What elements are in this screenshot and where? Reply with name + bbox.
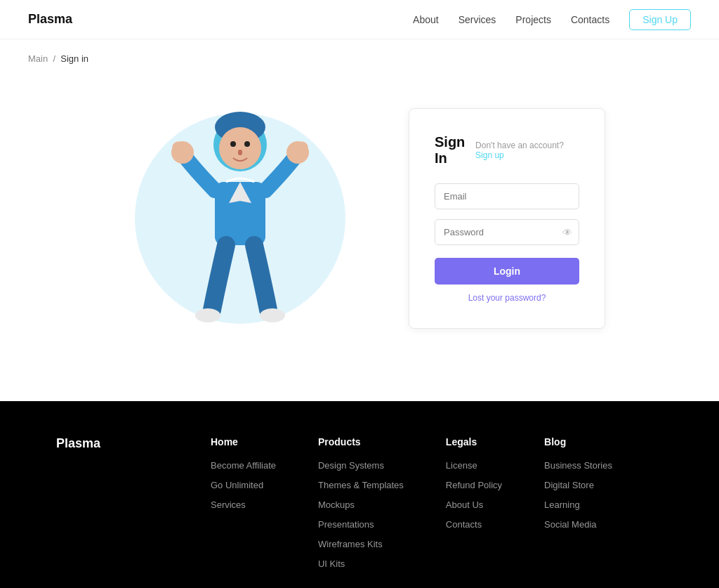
footer-link-go-unlimited[interactable]: Go Unlimited bbox=[211, 480, 263, 490]
footer-link-business[interactable]: Business Stories bbox=[544, 460, 612, 471]
password-input[interactable] bbox=[435, 219, 579, 245]
footer-link-mockups[interactable]: Mockups bbox=[318, 499, 355, 510]
character-illustration bbox=[114, 92, 367, 345]
footer-brand: Plasma bbox=[56, 436, 169, 577]
footer-col-legals: Legals License Refund Policy About Us Co… bbox=[446, 436, 502, 577]
forgot-password-link[interactable]: Lost your password? bbox=[435, 293, 579, 303]
footer-link-presentations[interactable]: Presentations bbox=[318, 519, 374, 530]
breadcrumb-current: Sign in bbox=[60, 53, 88, 64]
footer-link-design-systems[interactable]: Design Systems bbox=[318, 460, 384, 471]
nav-links: About Services Projects Contacts Sign Up bbox=[413, 9, 691, 30]
footer-logo: Plasma bbox=[56, 436, 169, 451]
footer-col-legals-heading: Legals bbox=[446, 436, 502, 447]
footer-col-home-list: Become Affiliate Go Unlimited Services bbox=[211, 459, 276, 511]
breadcrumb-parent[interactable]: Main bbox=[28, 53, 48, 64]
email-input[interactable] bbox=[435, 183, 579, 209]
signin-card: Sign In Don't have an account? Sign up 👁… bbox=[409, 108, 605, 329]
signin-title: Sign In bbox=[435, 134, 475, 166]
footer-link-ui-kits[interactable]: UI Kits bbox=[318, 558, 345, 569]
svg-point-13 bbox=[260, 308, 285, 322]
nav-about[interactable]: About bbox=[413, 14, 439, 25]
svg-point-4 bbox=[244, 141, 250, 147]
password-group: 👁 bbox=[435, 219, 579, 245]
character-figure bbox=[156, 99, 324, 338]
footer-link-become-affiliate[interactable]: Become Affiliate bbox=[211, 460, 276, 471]
main-content: Sign In Don't have an account? Sign up 👁… bbox=[0, 64, 719, 401]
footer-col-products: Products Design Systems Themes & Templat… bbox=[318, 436, 404, 577]
svg-point-12 bbox=[195, 308, 220, 322]
svg-point-3 bbox=[230, 141, 236, 147]
email-group bbox=[435, 183, 579, 209]
footer-col-products-list: Design Systems Themes & Templates Mockup… bbox=[318, 459, 404, 570]
footer-columns: Home Become Affiliate Go Unlimited Servi… bbox=[211, 436, 663, 577]
login-button[interactable]: Login bbox=[435, 258, 579, 285]
footer-col-blog-heading: Blog bbox=[544, 436, 612, 447]
svg-point-2 bbox=[219, 127, 261, 169]
navbar: Plasma About Services Projects Contacts … bbox=[0, 0, 719, 39]
nav-services[interactable]: Services bbox=[459, 14, 496, 25]
footer-link-contacts[interactable]: Contacts bbox=[446, 519, 482, 530]
footer-top: Plasma Home Become Affiliate Go Unlimite… bbox=[56, 436, 663, 577]
footer-col-home: Home Become Affiliate Go Unlimited Servi… bbox=[211, 436, 276, 577]
footer-link-social-media[interactable]: Social Media bbox=[544, 519, 596, 530]
footer-link-themes[interactable]: Themes & Templates bbox=[318, 480, 404, 490]
nav-contacts[interactable]: Contacts bbox=[571, 14, 609, 25]
footer-link-services[interactable]: Services bbox=[211, 499, 246, 510]
footer: Plasma Home Become Affiliate Go Unlimite… bbox=[0, 401, 719, 588]
footer-link-refund[interactable]: Refund Policy bbox=[446, 480, 502, 490]
signin-subtext: Don't have an account? Sign up bbox=[475, 141, 579, 160]
footer-link-digital-store[interactable]: Digital Store bbox=[544, 480, 594, 490]
signup-button[interactable]: Sign Up bbox=[629, 9, 691, 30]
signin-header: Sign In Don't have an account? Sign up bbox=[435, 134, 579, 166]
footer-link-license[interactable]: License bbox=[446, 460, 477, 471]
footer-link-learning[interactable]: Learning bbox=[544, 499, 580, 510]
brand-logo[interactable]: Plasma bbox=[28, 12, 72, 27]
eye-icon[interactable]: 👁 bbox=[562, 227, 572, 238]
nav-projects[interactable]: Projects bbox=[515, 14, 551, 25]
footer-col-blog: Blog Business Stories Digital Store Lear… bbox=[544, 436, 612, 577]
svg-rect-5 bbox=[238, 150, 242, 155]
footer-col-blog-list: Business Stories Digital Store Learning … bbox=[544, 459, 612, 530]
signin-signup-link[interactable]: Sign up bbox=[475, 150, 504, 160]
password-wrapper: 👁 bbox=[435, 219, 579, 245]
footer-col-home-heading: Home bbox=[211, 436, 276, 447]
breadcrumb: Main / Sign in bbox=[0, 39, 719, 64]
footer-link-about-us[interactable]: About Us bbox=[446, 499, 483, 510]
footer-link-wireframes[interactable]: Wireframes Kits bbox=[318, 539, 383, 549]
footer-col-products-heading: Products bbox=[318, 436, 404, 447]
footer-col-legals-list: License Refund Policy About Us Contacts bbox=[446, 459, 502, 530]
